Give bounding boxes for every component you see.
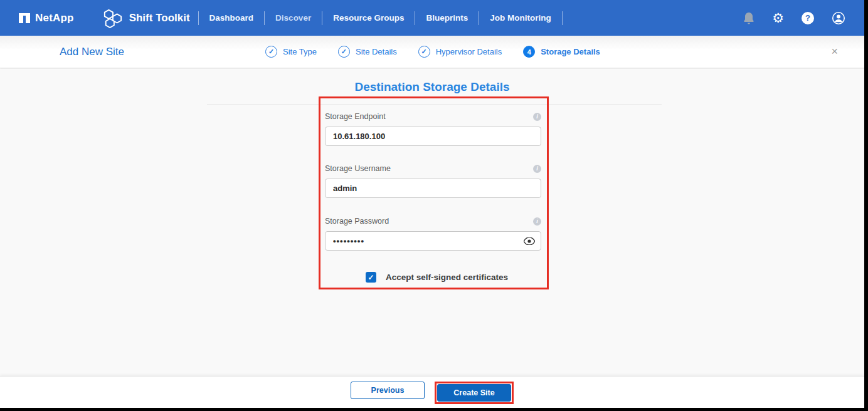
- info-icon[interactable]: i: [533, 113, 541, 121]
- nav-divider: [479, 11, 479, 25]
- wizard-body: Destination Storage Details Storage Endp…: [0, 69, 864, 376]
- create-site-button[interactable]: Create Site: [437, 384, 511, 402]
- storage-username-group: Storage Username i: [325, 164, 541, 198]
- storage-username-label: Storage Username: [325, 164, 391, 173]
- storage-password-label: Storage Password: [325, 217, 389, 226]
- notifications-bell-icon[interactable]: [743, 12, 754, 24]
- accept-certificates-checkbox-row[interactable]: ✓ Accept self-signed certificates: [366, 272, 508, 283]
- step-site-details[interactable]: ✓ Site Details: [338, 46, 397, 58]
- previous-button[interactable]: Previous: [351, 382, 425, 399]
- wizard-title: Add New Site: [60, 46, 124, 58]
- step-label: Hypervisor Details: [436, 47, 502, 56]
- nav-item-resource-groups[interactable]: Resource Groups: [331, 13, 406, 23]
- shift-toolkit-hex-icon: [103, 8, 123, 28]
- annotation-highlight-create-button: Create Site: [435, 382, 514, 404]
- step-label: Site Type: [283, 47, 317, 56]
- nav-item-job-monitoring[interactable]: Job Monitoring: [487, 13, 553, 23]
- navbar-actions: ⚙ ?: [743, 11, 845, 25]
- step-number-badge: 4: [523, 46, 535, 58]
- wizard-steps: ✓ Site Type ✓ Site Details ✓ Hypervisor …: [265, 46, 600, 58]
- step-site-type[interactable]: ✓ Site Type: [265, 46, 317, 58]
- checkbox-checked-icon[interactable]: ✓: [366, 272, 376, 283]
- step-label: Site Details: [356, 47, 397, 56]
- nav-divider: [415, 11, 415, 25]
- storage-password-group: Storage Password i: [325, 217, 541, 251]
- accept-certificates-label: Accept self-signed certificates: [386, 273, 508, 282]
- step-hypervisor-details[interactable]: ✓ Hypervisor Details: [418, 46, 502, 58]
- nav-item-discover[interactable]: Discover: [273, 13, 314, 23]
- nav-item-dashboard[interactable]: Dashboard: [207, 13, 257, 23]
- storage-username-input[interactable]: [325, 179, 541, 198]
- step-done-check-icon: ✓: [265, 46, 277, 58]
- netapp-logo[interactable]: NetApp: [19, 12, 74, 24]
- storage-endpoint-input[interactable]: [325, 127, 541, 146]
- step-storage-details[interactable]: 4 Storage Details: [523, 46, 600, 58]
- storage-endpoint-group: Storage Endpoint i: [325, 112, 541, 146]
- nav-item-blueprints[interactable]: Blueprints: [423, 13, 470, 23]
- show-password-eye-icon[interactable]: [524, 237, 535, 245]
- user-account-icon[interactable]: [832, 11, 845, 25]
- step-done-check-icon: ✓: [338, 46, 350, 58]
- wizard-header: Add New Site ✓ Site Type ✓ Site Details …: [0, 36, 864, 68]
- close-icon[interactable]: ×: [831, 45, 838, 58]
- nav-divider: [322, 11, 322, 25]
- storage-endpoint-label: Storage Endpoint: [325, 112, 386, 121]
- top-navbar: NetApp Shift Toolkit Dashboard Discover …: [0, 0, 864, 36]
- netapp-mark-icon: [19, 13, 30, 24]
- shift-toolkit-logo[interactable]: Shift Toolkit: [103, 8, 190, 28]
- storage-password-input[interactable]: [325, 231, 541, 251]
- page-title: Destination Storage Details: [0, 80, 864, 94]
- settings-gear-icon[interactable]: ⚙: [772, 11, 784, 24]
- nav-divider: [562, 11, 563, 25]
- nav-divider: [264, 11, 265, 25]
- nav-divider: [198, 11, 199, 25]
- info-icon[interactable]: i: [533, 217, 541, 226]
- info-icon[interactable]: i: [533, 165, 541, 173]
- help-icon[interactable]: ?: [802, 12, 814, 24]
- netapp-brand-text: NetApp: [35, 12, 74, 24]
- step-done-check-icon: ✓: [418, 46, 430, 58]
- app-window: NetApp Shift Toolkit Dashboard Discover …: [0, 0, 868, 411]
- step-label: Storage Details: [541, 47, 600, 56]
- wizard-footer: Previous Create Site: [0, 376, 864, 408]
- product-title: Shift Toolkit: [129, 12, 190, 24]
